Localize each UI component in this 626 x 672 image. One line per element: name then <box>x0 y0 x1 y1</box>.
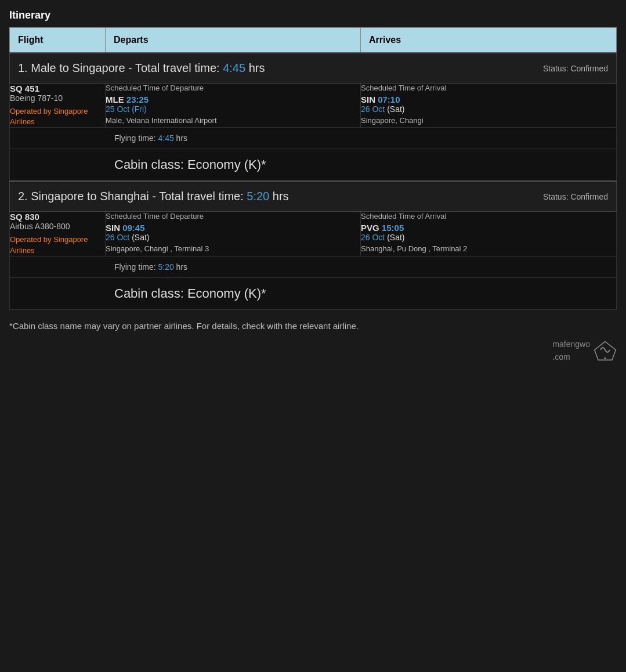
section-1-operated-by: Operated by Singapore Airlines <box>10 106 105 127</box>
section-2-operated-by: Operated by Singapore Airlines <box>10 234 105 255</box>
section-2-flight-row: SQ 830 Airbus A380-800 Operated by Singa… <box>10 212 617 256</box>
section-2-departs-label: Scheduled Time of Departure <box>106 212 360 221</box>
section-1-travel-time-link[interactable]: 4:45 <box>223 62 245 74</box>
section-2-header: 2. Singapore to Shanghai - Total travel … <box>10 181 617 212</box>
watermark-logo-icon <box>594 341 617 361</box>
section-1-depart-airport: MLE <box>106 95 124 104</box>
section-1-depart-airport-time: MLE 23:25 <box>106 95 360 104</box>
section-2-flying-time-label: Flying time: <box>114 262 156 272</box>
col-header-flight: Flight <box>10 28 106 53</box>
section-1-depart-airport-name: Male, Velana International Airport <box>106 116 360 125</box>
section-2-depart-airport-time: SIN 09:45 <box>106 223 360 233</box>
section-2-aircraft: Airbus A380-800 <box>10 222 105 231</box>
section-1-arrive-airport-time: SIN 07:10 <box>361 95 616 104</box>
section-1-flying-time-row: Flying time: 4:45 hrs <box>10 128 617 149</box>
page-title: Itinerary <box>9 9 617 21</box>
footer-note-text: *Cabin class name may vary on partner ai… <box>9 321 359 331</box>
section-2-depart-airport-name: Singapore, Changi , Terminal 3 <box>106 244 360 253</box>
section-2-cabin-cell: Cabin class: Economy (K)* <box>10 277 617 309</box>
section-2-flight-number: SQ 830 <box>10 212 105 222</box>
section-1-departs-col: Scheduled Time of Departure MLE 23:25 25… <box>106 84 361 128</box>
section-1-arrive-date-link[interactable]: 26 Oct <box>361 104 385 114</box>
section-2-depart-date-normal: (Sat) <box>132 233 149 242</box>
section-2-depart-airport: SIN <box>106 223 120 233</box>
section-1-flying-time-cell: Flying time: 4:45 hrs <box>10 128 617 149</box>
section-2-depart-time[interactable]: 09:45 <box>122 223 144 233</box>
section-2-flying-time-suffix: hrs <box>176 262 187 272</box>
itinerary-table: Flight Departs Arrives 1. Male to Singap… <box>9 27 617 310</box>
section-2-status: Status: Confirmed <box>543 192 608 201</box>
section-2-arrives-label: Scheduled Time of Arrival <box>361 212 616 221</box>
watermark-text: mafengwo.com <box>552 338 590 364</box>
section-1-depart-date: 25 Oct (Fri) <box>106 104 360 114</box>
section-1-depart-time[interactable]: 23:25 <box>126 95 149 104</box>
section-1-arrives-label: Scheduled Time of Arrival <box>361 84 616 92</box>
section-2-travel-time-link[interactable]: 5:20 <box>247 190 269 203</box>
section-2-arrive-airport-time: PVG 15:05 <box>361 223 616 233</box>
section-1-arrives-col: Scheduled Time of Arrival SIN 07:10 26 O… <box>361 84 617 128</box>
section-1-flight-col: SQ 451 Boeing 787-10 Operated by Singapo… <box>10 84 106 128</box>
watermark: mafengwo.com <box>9 338 617 364</box>
table-header-row: Flight Departs Arrives <box>10 28 617 53</box>
section-1-arrive-date: 26 Oct (Sat) <box>361 104 616 114</box>
section-2-arrive-airport-name: Shanghai, Pu Dong , Terminal 2 <box>361 244 616 253</box>
section-1-aircraft: Boeing 787-10 <box>10 93 105 103</box>
section-2-arrive-date-link[interactable]: 26 Oct <box>361 233 385 242</box>
section-2-depart-date-link[interactable]: 26 Oct <box>106 233 129 242</box>
col-header-arrives: Arrives <box>361 28 617 53</box>
section-1-arrive-date-normal: (Sat) <box>387 104 404 114</box>
section-1-depart-date-link[interactable]: 25 Oct (Fri) <box>106 104 147 114</box>
section-1-flight-number: SQ 451 <box>10 84 105 93</box>
section-2-arrive-date: 26 Oct (Sat) <box>361 233 616 242</box>
section-2-flying-time-row: Flying time: 5:20 hrs <box>10 256 617 277</box>
section-1-departs-label: Scheduled Time of Departure <box>106 84 360 92</box>
section-2-title: 2. Singapore to Shanghai - Total travel … <box>18 190 289 203</box>
section-1-arrive-airport: SIN <box>361 95 375 104</box>
section-1-flight-row: SQ 451 Boeing 787-10 Operated by Singapo… <box>10 84 617 128</box>
section-2-flight-col: SQ 830 Airbus A380-800 Operated by Singa… <box>10 212 106 256</box>
section-1-cabin-row: Cabin class: Economy (K)* <box>10 149 617 182</box>
section-2-title-prefix: 2. Singapore to Shanghai - Total travel … <box>18 190 244 203</box>
section-1-header: 1. Male to Singapore - Total travel time… <box>10 53 617 84</box>
section-2-arrive-date-normal: (Sat) <box>387 233 404 242</box>
section-1-flying-time-link[interactable]: 4:45 <box>158 133 173 143</box>
section-1-arrive-airport-name: Singapore, Changi <box>361 116 616 125</box>
section-2-arrives-col: Scheduled Time of Arrival PVG 15:05 26 O… <box>361 212 617 256</box>
col-header-departs: Departs <box>106 28 361 53</box>
section-1-arrive-time[interactable]: 07:10 <box>378 95 400 104</box>
svg-point-0 <box>604 357 606 359</box>
section-2-cabin-row: Cabin class: Economy (K)* <box>10 277 617 309</box>
section-2-depart-date: 26 Oct (Sat) <box>106 233 360 242</box>
section-2-departs-col: Scheduled Time of Departure SIN 09:45 26… <box>106 212 361 256</box>
section-2-arrive-airport: PVG <box>361 223 379 233</box>
section-2-flying-time-cell: Flying time: 5:20 hrs <box>10 256 617 277</box>
section-1-title-suffix: hrs <box>249 62 265 74</box>
section-1-flying-time-label: Flying time: <box>114 133 156 143</box>
section-1-status: Status: Confirmed <box>543 64 608 73</box>
section-1-flying-time-suffix: hrs <box>176 133 187 143</box>
section-2-flying-time-link[interactable]: 5:20 <box>158 262 173 272</box>
section-2-arrive-time[interactable]: 15:05 <box>382 223 404 233</box>
section-1-title: 1. Male to Singapore - Total travel time… <box>18 62 265 75</box>
footer-note: *Cabin class name may vary on partner ai… <box>9 319 617 364</box>
section-1-title-prefix: 1. Male to Singapore - Total travel time… <box>18 62 220 74</box>
section-1-cabin-cell: Cabin class: Economy (K)* <box>10 149 617 182</box>
section-2-title-suffix: hrs <box>273 190 289 203</box>
